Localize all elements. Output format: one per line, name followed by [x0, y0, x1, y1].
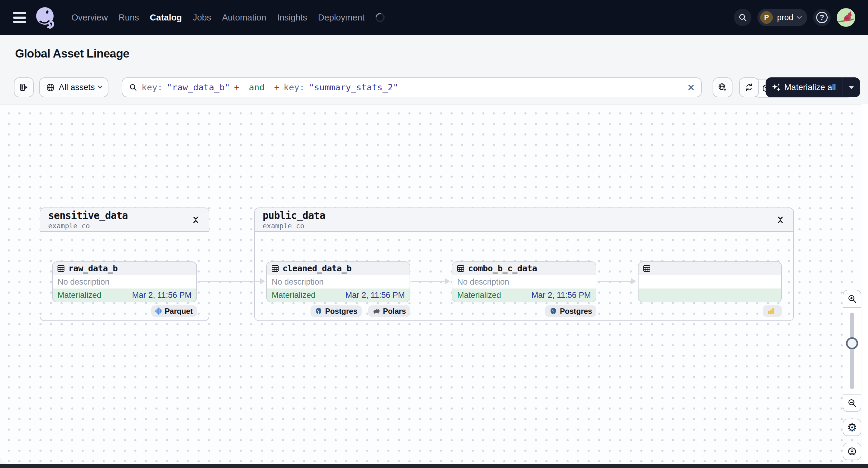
materialize-options-button[interactable] [842, 77, 860, 97]
avatar-bird-image [837, 8, 855, 27]
table-icon [643, 264, 651, 273]
zoom-out-button[interactable] [843, 394, 861, 411]
query-segment: "summary_stats_2" [309, 82, 398, 92]
open-sidebar-button[interactable] [14, 77, 34, 97]
asset-description [639, 275, 781, 288]
hamburger-menu-icon[interactable] [13, 12, 26, 23]
group-header: sensitive_data example_co [40, 208, 209, 232]
asset-description: No description [267, 275, 410, 288]
kind-tag-postgres: Postgres [311, 305, 362, 317]
asset-node-combo-b-c-data[interactable]: combo_b_c_data No description Materializ… [452, 261, 596, 302]
kind-tag-postgres: Postgres [545, 305, 596, 317]
query-segment: + [274, 82, 279, 92]
zoom-in-icon [847, 294, 857, 304]
search-icon [738, 13, 747, 22]
polars-icon [373, 307, 380, 315]
collapse-icon [776, 215, 785, 224]
collapse-icon [191, 215, 200, 224]
asset-name: cleaned_data_b [282, 263, 351, 274]
zoom-slider-thumb[interactable] [846, 337, 858, 349]
asset-name: raw_data_b [68, 263, 118, 274]
group-header: public_data example_co [255, 208, 793, 232]
right-panel-strip [861, 104, 868, 464]
lineage-edge [411, 281, 445, 282]
query-segment: "raw_data_b" [167, 82, 230, 92]
parquet-icon [155, 307, 163, 315]
globe-icon [46, 83, 55, 92]
powerbi-icon [767, 307, 775, 315]
nav-item-jobs[interactable]: Jobs [193, 13, 211, 23]
collapse-group-button[interactable] [775, 215, 785, 225]
panel-toggle-icon [19, 83, 29, 92]
new-scope-button[interactable] [713, 77, 733, 97]
tag-row: Postgres Polars [266, 305, 410, 317]
zoom-out-icon [847, 398, 857, 408]
postgres-icon [549, 307, 557, 315]
materialization-timestamp: Mar 2, 11:56 PM [531, 291, 591, 300]
tag-row: Parquet [52, 305, 197, 317]
nav-item-runs[interactable]: Runs [119, 13, 139, 23]
collapse-group-button[interactable] [191, 215, 201, 225]
search-button[interactable] [734, 9, 751, 26]
download-icon [847, 447, 857, 456]
top-nav: Overview Runs Catalog Jobs Automation In… [0, 0, 868, 35]
dagster-logo[interactable] [34, 5, 58, 30]
refresh-button[interactable] [739, 77, 759, 97]
materialize-split-button: Materialize all [766, 77, 860, 97]
app-window: Overview Runs Catalog Jobs Automation In… [0, 0, 868, 468]
tag-row: Postgres [452, 305, 596, 317]
asset-name: combo_b_c_data [468, 263, 537, 274]
postgres-icon [315, 307, 322, 315]
user-avatar[interactable] [837, 8, 855, 27]
deployment-avatar: P [760, 11, 773, 24]
graph-settings-button[interactable]: ⚙ [843, 418, 861, 436]
caret-down-icon [849, 86, 854, 89]
search-icon [129, 83, 137, 92]
status-badge: Materialized [58, 291, 101, 300]
help-button[interactable]: ? [813, 9, 831, 26]
asset-node-summary-stats-2[interactable] [638, 261, 782, 302]
materialize-all-label: Materialize all [784, 83, 836, 92]
nav-item-overview[interactable]: Overview [71, 13, 108, 23]
asset-description: No description [53, 275, 196, 288]
bottom-edge [0, 464, 868, 468]
lineage-edge [597, 281, 631, 282]
page-title: Global Asset Lineage [15, 35, 129, 72]
group-name: public_data [262, 210, 325, 221]
table-icon [457, 264, 465, 273]
nav-item-insights[interactable]: Insights [277, 13, 307, 23]
zoom-in-button[interactable] [843, 290, 861, 308]
asset-node-cleaned-data-b[interactable]: cleaned_data_b No description Materializ… [266, 261, 410, 302]
nav-item-catalog[interactable]: Catalog [150, 13, 182, 23]
asset-node-raw-data-b[interactable]: raw_data_b No description Materialized M… [52, 261, 197, 302]
nav-item-automation[interactable]: Automation [222, 13, 266, 23]
query-segment: key: [284, 82, 305, 92]
help-icon: ? [816, 12, 828, 23]
clear-search-icon[interactable]: × [688, 81, 694, 93]
asset-search-input[interactable]: key:"raw_data_b"+ and +key:"summary_stat… [122, 77, 702, 97]
kind-tag-powerbi [763, 305, 782, 317]
refresh-icon [744, 83, 754, 92]
status-badge: Materialized [272, 291, 316, 300]
zoom-controls [843, 290, 861, 412]
group-name: sensitive_data [48, 210, 128, 221]
zoom-slider-track[interactable] [850, 313, 854, 389]
zoom-slider [843, 308, 861, 394]
materialization-timestamp: Mar 2, 11:56 PM [132, 291, 191, 300]
chevron-down-icon [797, 14, 802, 19]
materialization-timestamp: Mar 2, 11:56 PM [345, 291, 405, 300]
download-button[interactable] [843, 443, 861, 460]
deployment-label: prod [777, 13, 793, 22]
asset-scope-dropdown[interactable]: All assets [39, 77, 108, 97]
kind-tag-polars: Polars [368, 305, 410, 317]
deployment-switcher[interactable]: P prod [757, 9, 807, 26]
group-subtitle: example_co [48, 222, 128, 230]
loading-spinner [374, 11, 386, 24]
nav-item-deployment[interactable]: Deployment [318, 13, 365, 23]
gear-icon: ⚙ [847, 421, 857, 434]
table-icon [57, 264, 65, 273]
chevron-down-icon [98, 84, 103, 89]
nav-items: Overview Runs Catalog Jobs Automation In… [71, 0, 384, 35]
status-badge: Materialized [457, 291, 501, 300]
materialize-all-button[interactable]: Materialize all [766, 77, 842, 97]
